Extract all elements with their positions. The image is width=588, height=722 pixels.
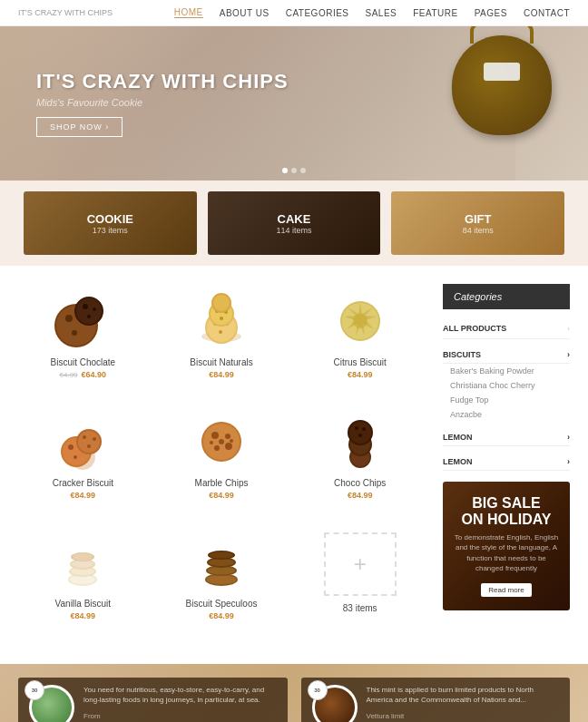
promo-badge-2: 30: [308, 680, 328, 700]
nav-about[interactable]: ABOUT US: [220, 8, 270, 18]
product-image-3: [328, 291, 392, 350]
hero-content: IT'S CRAZY WITH CHIPS Mids's Favourite C…: [0, 70, 289, 137]
sidebar-biscuits-section: BISCUITS › Baker's Baking Powder Christi…: [443, 346, 570, 422]
svg-point-44: [210, 441, 213, 444]
product-name-2: Biscuit Naturals: [164, 357, 279, 367]
product-citrus-biscuit[interactable]: Citrus Biscuit €84.99: [295, 284, 425, 386]
main-content: Biscuit Choclate €4.99€64.90: [0, 266, 588, 664]
product-name-8: Biscuit Speculoos: [164, 599, 279, 609]
svg-point-39: [211, 432, 219, 439]
product-vanilla-biscuit[interactable]: Vanilla Biscuit €84.99: [18, 525, 148, 628]
nav-logo: IT'S CRAZY WITH CHIPS: [18, 8, 113, 17]
hero-dot-1[interactable]: [282, 168, 288, 173]
svg-point-2: [65, 315, 73, 322]
product-add-more[interactable]: + 83 items: [295, 525, 425, 628]
product-image-1: [51, 291, 114, 350]
product-price-8: €84.99: [164, 611, 279, 620]
sidebar-sub-2[interactable]: Christiana Choc Cherry: [443, 378, 570, 393]
svg-point-53: [362, 427, 366, 431]
promo-text-2: This mint is applied to burn limited pro…: [367, 685, 560, 705]
product-price-2: €84.99: [164, 370, 279, 379]
cake-count: 114 items: [276, 226, 311, 235]
sale-banner: BIG SALE ON HOLIDAY To demonstrate Engli…: [443, 482, 570, 610]
promo-price-from-2: Vettura limit: [367, 712, 560, 720]
nav-sales[interactable]: SALES: [366, 8, 397, 18]
nav-home[interactable]: HOME: [174, 7, 203, 18]
svg-point-52: [355, 426, 358, 430]
promo-card-1: 30 You need for nutritious, easy-to-stor…: [18, 678, 288, 722]
sale-title: BIG SALE: [452, 495, 561, 512]
sale-subtitle: ON HOLIDAY: [452, 512, 561, 528]
svg-point-8: [93, 307, 96, 311]
product-name-7: Vanilla Biscuit: [25, 599, 141, 609]
gift-label: GIFT: [463, 212, 494, 226]
read-more-button[interactable]: Read more: [481, 583, 532, 597]
nav-categories[interactable]: CATEGORIES: [286, 8, 349, 18]
product-biscuit-naturals[interactable]: Biscuit Naturals €84.99: [157, 284, 287, 386]
product-marble-chips[interactable]: Marble Chips €84.99: [157, 405, 287, 507]
product-image-8: [190, 532, 253, 591]
gift-count: 84 items: [463, 226, 494, 235]
product-image-4: [51, 412, 114, 471]
svg-point-41: [214, 445, 220, 451]
hero-dot-3[interactable]: [300, 168, 306, 173]
product-price-4: €84.99: [25, 491, 141, 500]
product-biscuit-chocolate[interactable]: Biscuit Choclate €4.99€64.90: [18, 284, 148, 386]
nav-feature[interactable]: FEATURE: [413, 8, 457, 18]
sidebar-all-products[interactable]: ALL PRODUCTS ›: [443, 318, 570, 339]
shop-now-button[interactable]: SHOP NOW ›: [36, 117, 122, 137]
svg-point-51: [349, 422, 371, 444]
svg-point-54: [358, 434, 362, 437]
product-name-1: Biscuit Choclate: [25, 357, 141, 367]
svg-point-34: [83, 435, 86, 439]
sidebar-lemon2-title[interactable]: LEMON ›: [443, 454, 570, 471]
svg-point-9: [87, 315, 91, 318]
product-cracker-biscuit[interactable]: Cracker Biscuit €84.99: [18, 405, 148, 507]
product-price-6: €84.99: [302, 491, 417, 500]
hero-dot-2[interactable]: [291, 168, 297, 173]
promo-text-1: You need for nutritious, easy-to-store, …: [83, 685, 277, 705]
sidebar-biscuits-title[interactable]: BISCUITS ›: [443, 346, 570, 364]
category-cake[interactable]: CAKE 114 items: [208, 191, 381, 255]
chevron-down-icon-2: ›: [567, 433, 570, 442]
category-cookie[interactable]: COOKIE 173 items: [24, 191, 197, 255]
product-row-3: Vanilla Biscuit €84.99: [18, 525, 425, 628]
nav: IT'S CRAZY WITH CHIPS HOME ABOUT US CATE…: [0, 0, 588, 26]
hero-title: IT'S CRAZY WITH CHIPS: [36, 70, 289, 93]
category-gift[interactable]: GIFT 84 items: [391, 191, 564, 255]
product-price-1: €4.99€64.90: [25, 370, 141, 379]
product-price-7: €84.99: [25, 611, 141, 620]
svg-point-6: [76, 298, 102, 324]
hero-subtitle: Mids's Favourite Cookie: [36, 97, 289, 108]
svg-point-22: [213, 295, 230, 311]
product-image-5: [190, 412, 253, 471]
svg-point-20: [220, 317, 223, 320]
product-choco-chips[interactable]: Choco Chips €84.99: [295, 405, 425, 507]
sidebar-lemon-section: LEMON ›: [443, 429, 570, 446]
product-name-4: Cracker Biscuit: [25, 478, 141, 488]
promo-price-from-1: From: [83, 712, 277, 720]
sidebar-title: Categories: [443, 284, 570, 309]
svg-point-45: [230, 439, 233, 443]
sidebar-lemon-title[interactable]: LEMON ›: [443, 429, 570, 446]
chevron-down-icon-3: ›: [567, 457, 570, 466]
product-image-6: [328, 412, 392, 471]
hero-basket-image: [443, 26, 561, 162]
sidebar-sub-3[interactable]: Fudge Top: [443, 393, 570, 407]
sidebar-sub-4[interactable]: Anzacbe: [443, 407, 570, 422]
svg-point-35: [93, 437, 96, 441]
svg-point-31: [74, 455, 77, 459]
footer-promo-section: 30 You need for nutritious, easy-to-stor…: [0, 664, 588, 722]
svg-point-40: [225, 434, 230, 439]
chevron-down-icon: ›: [567, 350, 570, 359]
promo-card-2: 30 This mint is applied to burn limited …: [301, 678, 571, 722]
sidebar-lemon2-section: LEMON ›: [443, 454, 570, 471]
svg-point-42: [225, 443, 232, 450]
nav-pages[interactable]: PAGES: [475, 8, 507, 18]
nav-contact[interactable]: CONTACT: [524, 8, 570, 18]
promo-badge-1: 30: [24, 680, 44, 700]
product-row-1: Biscuit Choclate €4.99€64.90: [18, 284, 425, 386]
sidebar-sub-1[interactable]: Baker's Baking Powder: [443, 364, 570, 378]
products-grid: Biscuit Choclate €4.99€64.90: [18, 284, 425, 646]
product-biscuit-speculoos[interactable]: Biscuit Speculoos €84.99: [157, 525, 287, 628]
